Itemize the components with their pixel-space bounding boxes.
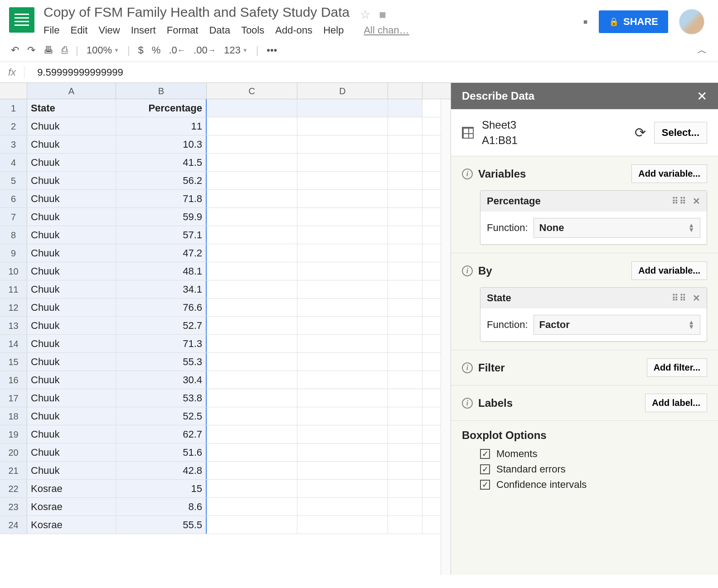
menu-tools[interactable]: Tools: [241, 24, 264, 36]
row-header[interactable]: 12: [0, 299, 27, 316]
menu-format[interactable]: Format: [167, 24, 199, 36]
row-header[interactable]: 13: [0, 317, 27, 334]
cell[interactable]: [297, 335, 388, 352]
share-button[interactable]: 🔒 SHARE: [599, 10, 668, 33]
row-header[interactable]: 6: [0, 190, 27, 207]
cell[interactable]: [297, 425, 388, 443]
cell[interactable]: 53.8: [116, 389, 207, 407]
cell[interactable]: Chuuk: [27, 371, 116, 389]
cell[interactable]: 47.2: [116, 244, 207, 262]
cell[interactable]: [297, 135, 388, 153]
cell[interactable]: [388, 462, 422, 479]
info-icon[interactable]: i: [462, 265, 473, 276]
cell[interactable]: [388, 262, 422, 280]
cell[interactable]: [297, 443, 388, 461]
col-header-a[interactable]: A: [27, 83, 116, 99]
cell[interactable]: Chuuk: [27, 154, 116, 171]
cell[interactable]: Kosrae: [27, 498, 116, 516]
cell[interactable]: 56.2: [116, 172, 207, 189]
cell[interactable]: [388, 371, 422, 389]
cell[interactable]: [297, 498, 388, 516]
cell[interactable]: [388, 335, 422, 352]
cell[interactable]: [207, 299, 297, 316]
cell[interactable]: [388, 480, 422, 497]
cell[interactable]: 30.4: [116, 371, 207, 389]
cell[interactable]: [207, 262, 297, 280]
function-select[interactable]: None ▲▼: [534, 218, 701, 238]
cell[interactable]: 59.9: [116, 208, 207, 226]
cell[interactable]: [388, 498, 422, 516]
cell[interactable]: [297, 172, 388, 189]
cell[interactable]: 55.5: [116, 516, 207, 534]
cell[interactable]: [388, 389, 422, 407]
cell[interactable]: [297, 353, 388, 371]
row-header[interactable]: 18: [0, 407, 27, 425]
cell[interactable]: 52.7: [116, 317, 207, 334]
cell[interactable]: 52.5: [116, 407, 207, 425]
cell[interactable]: [388, 172, 422, 189]
cell[interactable]: [388, 226, 422, 244]
cell[interactable]: [207, 172, 297, 189]
cell[interactable]: Chuuk: [27, 299, 116, 316]
row-header[interactable]: 22: [0, 480, 27, 497]
cell[interactable]: [388, 280, 422, 298]
cell[interactable]: [207, 516, 297, 534]
currency-button[interactable]: $: [138, 44, 144, 56]
cell[interactable]: [388, 135, 422, 153]
document-title[interactable]: Copy of FSM Family Health and Safety Stu…: [44, 5, 349, 20]
row-header[interactable]: 8: [0, 226, 27, 244]
cell[interactable]: [297, 154, 388, 171]
cell[interactable]: [388, 317, 422, 334]
cell[interactable]: 15: [116, 480, 207, 497]
cell[interactable]: 71.8: [116, 190, 207, 207]
cell[interactable]: 76.6: [116, 299, 207, 316]
cell[interactable]: [297, 317, 388, 334]
cell[interactable]: [207, 371, 297, 389]
cell[interactable]: Chuuk: [27, 389, 116, 407]
print-button[interactable]: 🖶: [44, 44, 53, 56]
cell[interactable]: [388, 244, 422, 262]
cell[interactable]: [388, 154, 422, 171]
menu-edit[interactable]: Edit: [70, 24, 87, 36]
cell[interactable]: [297, 371, 388, 389]
cell[interactable]: Chuuk: [27, 280, 116, 298]
cell[interactable]: Chuuk: [27, 226, 116, 244]
row-header[interactable]: 1: [0, 99, 27, 117]
cell[interactable]: [388, 516, 422, 534]
row-header[interactable]: 9: [0, 244, 27, 262]
cell[interactable]: Chuuk: [27, 462, 116, 479]
cell[interactable]: Kosrae: [27, 480, 116, 497]
cell[interactable]: [297, 480, 388, 497]
cell[interactable]: Chuuk: [27, 117, 116, 135]
menu-help[interactable]: Help: [323, 24, 344, 36]
cell[interactable]: [207, 443, 297, 461]
cell[interactable]: Kosrae: [27, 516, 116, 534]
cell[interactable]: 57.1: [116, 226, 207, 244]
checkbox-moments[interactable]: ✓ Moments: [480, 448, 707, 460]
vertical-scrollbar[interactable]: [441, 99, 451, 575]
close-icon[interactable]: ✕: [697, 89, 707, 104]
row-header[interactable]: 2: [0, 117, 27, 135]
cell[interactable]: [297, 280, 388, 298]
cell[interactable]: [388, 299, 422, 316]
decrease-decimal-button[interactable]: .0←: [169, 44, 185, 56]
cell[interactable]: Chuuk: [27, 244, 116, 262]
comments-icon[interactable]: ▪: [583, 14, 588, 29]
menu-view[interactable]: View: [98, 24, 120, 36]
select-range-button[interactable]: Select...: [654, 122, 707, 144]
cell[interactable]: [388, 353, 422, 371]
sheets-icon[interactable]: [9, 7, 34, 33]
row-header[interactable]: 20: [0, 443, 27, 461]
row-header[interactable]: 17: [0, 389, 27, 407]
cell[interactable]: [297, 226, 388, 244]
cell[interactable]: [207, 280, 297, 298]
cell[interactable]: 71.3: [116, 335, 207, 352]
add-filter-button[interactable]: Add filter...: [647, 358, 707, 377]
cell[interactable]: [297, 262, 388, 280]
row-header[interactable]: 14: [0, 335, 27, 352]
cell[interactable]: 8.6: [116, 498, 207, 516]
cell[interactable]: [297, 516, 388, 534]
cell[interactable]: [207, 99, 297, 117]
cell[interactable]: 41.5: [116, 154, 207, 171]
more-button[interactable]: •••: [267, 44, 277, 56]
